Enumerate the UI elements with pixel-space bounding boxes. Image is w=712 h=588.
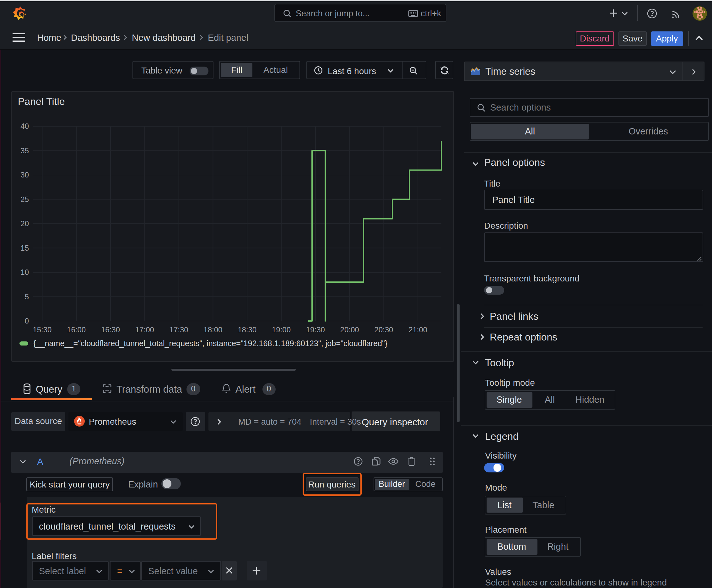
svg-text:17:30: 17:30 [170, 325, 188, 334]
svg-text:5: 5 [25, 292, 29, 300]
svg-text:0: 0 [25, 316, 29, 325]
svg-text:15: 15 [20, 244, 29, 252]
svg-text:10: 10 [20, 268, 29, 276]
svg-text:19:00: 19:00 [272, 325, 291, 334]
svg-text:21:00: 21:00 [408, 325, 427, 334]
svg-text:18:00: 18:00 [203, 325, 222, 334]
svg-text:19:30: 19:30 [306, 325, 325, 334]
svg-text:15:30: 15:30 [33, 325, 51, 334]
svg-text:20: 20 [20, 219, 29, 227]
svg-text:17:00: 17:00 [135, 325, 154, 334]
svg-text:16:30: 16:30 [101, 325, 120, 334]
svg-text:25: 25 [20, 195, 29, 203]
svg-text:18:30: 18:30 [238, 325, 257, 334]
svg-text:16:00: 16:00 [67, 325, 86, 334]
svg-text:20:00: 20:00 [340, 325, 359, 334]
svg-text:{__name__="cloudflared_tunnel_: {__name__="cloudflared_tunnel_total_requ… [33, 339, 387, 348]
svg-text:20:30: 20:30 [374, 325, 393, 334]
svg-text:30: 30 [20, 170, 29, 179]
svg-text:40: 40 [20, 122, 29, 130]
svg-text:35: 35 [20, 146, 29, 154]
